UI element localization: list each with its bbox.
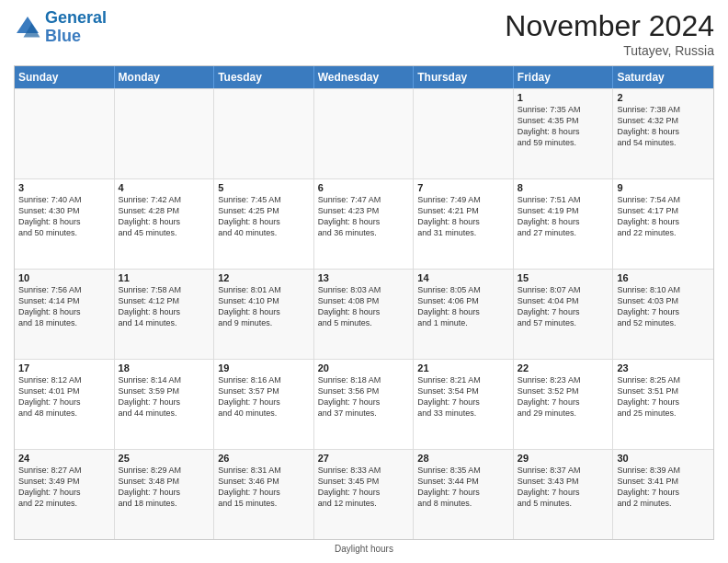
calendar-week-4: 17Sunrise: 8:12 AM Sunset: 4:01 PM Dayli…	[15, 359, 713, 449]
day-detail: Sunrise: 8:10 AM Sunset: 4:03 PM Dayligh…	[617, 284, 710, 329]
calendar-cell: 5Sunrise: 7:45 AM Sunset: 4:25 PM Daylig…	[214, 179, 314, 269]
day-number: 19	[218, 362, 310, 373]
day-number: 22	[518, 362, 609, 373]
day-detail: Sunrise: 8:25 AM Sunset: 3:51 PM Dayligh…	[617, 374, 710, 419]
calendar-cell	[15, 89, 115, 178]
calendar-cell: 22Sunrise: 8:23 AM Sunset: 3:52 PM Dayli…	[514, 360, 614, 449]
calendar-cell: 1Sunrise: 7:35 AM Sunset: 4:35 PM Daylig…	[514, 89, 614, 178]
footer-note: Daylight hours	[14, 544, 714, 554]
calendar-week-5: 24Sunrise: 8:27 AM Sunset: 3:49 PM Dayli…	[15, 449, 713, 539]
header-day-tuesday: Tuesday	[214, 66, 314, 88]
day-number: 4	[119, 182, 210, 193]
day-detail: Sunrise: 8:14 AM Sunset: 3:59 PM Dayligh…	[119, 374, 210, 419]
calendar-cell: 4Sunrise: 7:42 AM Sunset: 4:28 PM Daylig…	[115, 179, 215, 269]
day-number: 29	[518, 453, 609, 464]
calendar-cell: 3Sunrise: 7:40 AM Sunset: 4:30 PM Daylig…	[15, 179, 115, 269]
day-number: 13	[318, 272, 410, 283]
calendar-body: 1Sunrise: 7:35 AM Sunset: 4:35 PM Daylig…	[15, 88, 713, 539]
day-detail: Sunrise: 8:29 AM Sunset: 3:48 PM Dayligh…	[119, 465, 210, 510]
day-detail: Sunrise: 8:05 AM Sunset: 4:06 PM Dayligh…	[417, 284, 509, 329]
month-title: November 2024	[505, 9, 714, 43]
day-number: 16	[617, 272, 710, 283]
header-day-friday: Friday	[514, 66, 614, 88]
day-number: 18	[119, 362, 210, 373]
calendar-cell: 26Sunrise: 8:31 AM Sunset: 3:46 PM Dayli…	[214, 450, 314, 539]
day-number: 11	[119, 272, 210, 283]
day-number: 28	[417, 453, 509, 464]
day-detail: Sunrise: 8:23 AM Sunset: 3:52 PM Dayligh…	[518, 374, 609, 419]
calendar-cell: 27Sunrise: 8:33 AM Sunset: 3:45 PM Dayli…	[314, 450, 415, 539]
calendar-week-1: 1Sunrise: 7:35 AM Sunset: 4:35 PM Daylig…	[15, 88, 713, 178]
calendar-cell: 13Sunrise: 8:03 AM Sunset: 4:08 PM Dayli…	[314, 270, 415, 359]
day-detail: Sunrise: 8:01 AM Sunset: 4:10 PM Dayligh…	[218, 284, 310, 329]
day-detail: Sunrise: 8:33 AM Sunset: 3:45 PM Dayligh…	[318, 465, 410, 510]
calendar-cell	[214, 89, 314, 178]
calendar-cell: 24Sunrise: 8:27 AM Sunset: 3:49 PM Dayli…	[15, 450, 115, 539]
day-detail: Sunrise: 8:39 AM Sunset: 3:41 PM Dayligh…	[617, 465, 710, 510]
calendar-cell	[314, 89, 415, 178]
day-number: 15	[518, 272, 609, 283]
logo-general: General	[45, 8, 107, 27]
day-number: 9	[617, 182, 710, 193]
calendar-cell: 2Sunrise: 7:38 AM Sunset: 4:32 PM Daylig…	[613, 89, 713, 178]
day-number: 14	[417, 272, 509, 283]
day-number: 3	[18, 182, 110, 193]
header-day-saturday: Saturday	[613, 66, 713, 88]
day-detail: Sunrise: 8:21 AM Sunset: 3:54 PM Dayligh…	[417, 374, 509, 419]
day-number: 17	[18, 362, 110, 373]
day-detail: Sunrise: 8:37 AM Sunset: 3:43 PM Dayligh…	[518, 465, 609, 510]
calendar-cell: 12Sunrise: 8:01 AM Sunset: 4:10 PM Dayli…	[214, 270, 314, 359]
day-number: 1	[518, 92, 609, 103]
day-number: 8	[518, 182, 609, 193]
day-detail: Sunrise: 8:35 AM Sunset: 3:44 PM Dayligh…	[417, 465, 509, 510]
day-number: 7	[417, 182, 509, 193]
page: General Blue November 2024 Tutayev, Russ…	[0, 0, 728, 563]
calendar-week-2: 3Sunrise: 7:40 AM Sunset: 4:30 PM Daylig…	[15, 178, 713, 269]
calendar-cell: 9Sunrise: 7:54 AM Sunset: 4:17 PM Daylig…	[613, 179, 713, 269]
day-number: 27	[318, 453, 410, 464]
logo: General Blue	[14, 9, 107, 46]
day-detail: Sunrise: 7:51 AM Sunset: 4:19 PM Dayligh…	[518, 194, 609, 239]
day-number: 20	[318, 362, 410, 373]
day-detail: Sunrise: 7:38 AM Sunset: 4:32 PM Dayligh…	[617, 104, 710, 149]
day-number: 26	[218, 453, 310, 464]
calendar-cell: 23Sunrise: 8:25 AM Sunset: 3:51 PM Dayli…	[613, 360, 713, 449]
day-detail: Sunrise: 8:03 AM Sunset: 4:08 PM Dayligh…	[318, 284, 410, 329]
logo-text: General Blue	[45, 9, 107, 46]
day-number: 6	[318, 182, 410, 193]
header-day-wednesday: Wednesday	[314, 66, 415, 88]
day-number: 23	[617, 362, 710, 373]
day-number: 10	[18, 272, 110, 283]
day-detail: Sunrise: 8:18 AM Sunset: 3:56 PM Dayligh…	[318, 374, 410, 419]
calendar-cell: 21Sunrise: 8:21 AM Sunset: 3:54 PM Dayli…	[414, 360, 514, 449]
calendar: SundayMondayTuesdayWednesdayThursdayFrid…	[14, 65, 714, 540]
day-number: 12	[218, 272, 310, 283]
day-number: 21	[417, 362, 509, 373]
day-detail: Sunrise: 8:27 AM Sunset: 3:49 PM Dayligh…	[18, 465, 110, 510]
day-detail: Sunrise: 8:12 AM Sunset: 4:01 PM Dayligh…	[18, 374, 110, 419]
title-block: November 2024 Tutayev, Russia	[505, 9, 714, 58]
day-detail: Sunrise: 7:56 AM Sunset: 4:14 PM Dayligh…	[18, 284, 110, 329]
day-detail: Sunrise: 7:58 AM Sunset: 4:12 PM Dayligh…	[119, 284, 210, 329]
day-number: 30	[617, 453, 710, 464]
logo-icon	[14, 14, 41, 41]
day-detail: Sunrise: 7:45 AM Sunset: 4:25 PM Dayligh…	[218, 194, 310, 239]
day-number: 24	[18, 453, 110, 464]
calendar-cell: 11Sunrise: 7:58 AM Sunset: 4:12 PM Dayli…	[115, 270, 215, 359]
day-detail: Sunrise: 7:47 AM Sunset: 4:23 PM Dayligh…	[318, 194, 410, 239]
day-number: 5	[218, 182, 310, 193]
calendar-cell: 19Sunrise: 8:16 AM Sunset: 3:57 PM Dayli…	[214, 360, 314, 449]
calendar-cell: 30Sunrise: 8:39 AM Sunset: 3:41 PM Dayli…	[613, 450, 713, 539]
day-detail: Sunrise: 7:40 AM Sunset: 4:30 PM Dayligh…	[18, 194, 110, 239]
day-detail: Sunrise: 8:31 AM Sunset: 3:46 PM Dayligh…	[218, 465, 310, 510]
day-number: 25	[119, 453, 210, 464]
header-day-sunday: Sunday	[15, 66, 115, 88]
calendar-cell: 18Sunrise: 8:14 AM Sunset: 3:59 PM Dayli…	[115, 360, 215, 449]
day-detail: Sunrise: 7:42 AM Sunset: 4:28 PM Dayligh…	[119, 194, 210, 239]
logo-blue: Blue	[45, 27, 81, 45]
header-day-thursday: Thursday	[414, 66, 514, 88]
location: Tutayev, Russia	[505, 43, 714, 58]
calendar-week-3: 10Sunrise: 7:56 AM Sunset: 4:14 PM Dayli…	[15, 269, 713, 359]
day-detail: Sunrise: 8:07 AM Sunset: 4:04 PM Dayligh…	[518, 284, 609, 329]
calendar-cell: 6Sunrise: 7:47 AM Sunset: 4:23 PM Daylig…	[314, 179, 415, 269]
